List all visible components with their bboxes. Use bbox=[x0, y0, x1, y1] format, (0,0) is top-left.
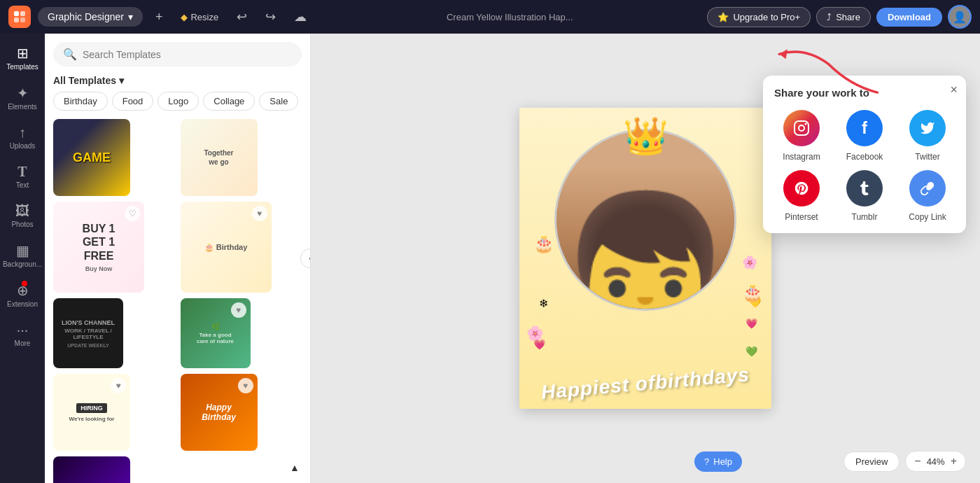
more-label: More bbox=[15, 340, 31, 347]
redo-icon: ↪ bbox=[265, 9, 276, 24]
bottom-bar: Preview − 44% + bbox=[844, 451, 966, 472]
help-button[interactable]: ? Help bbox=[694, 451, 742, 472]
pinterest-icon bbox=[783, 170, 820, 206]
tag-birthday[interactable]: Birthday bbox=[53, 92, 108, 111]
photos-label: Photos bbox=[11, 220, 33, 228]
template-item[interactable]: GAME bbox=[53, 119, 130, 196]
scroll-up-button[interactable]: ▲ bbox=[285, 458, 304, 477]
canvas-content[interactable]: 👦 👑 🎂 ❄ 🌸 🌸 💛 💗 💚 💗 🎂 Happiest ofbirthda… bbox=[519, 108, 771, 409]
file-title: Cream Yellow Illustration Hap... bbox=[319, 12, 700, 22]
template-heart: ♡ bbox=[125, 206, 140, 221]
download-button[interactable]: Download bbox=[876, 8, 942, 27]
share-pinterest[interactable]: Pinterset bbox=[774, 170, 829, 222]
template-grid: GAME Togetherwe go BUY 1GET 1FREE Buy No… bbox=[45, 116, 310, 483]
tag-food[interactable]: Food bbox=[112, 92, 154, 111]
share-twitter[interactable]: Twitter bbox=[900, 110, 955, 162]
zoom-control: − 44% + bbox=[905, 451, 966, 472]
logo[interactable] bbox=[8, 6, 31, 28]
sidebar-icons: ⊞ Templates ✦ Elements ↑ Uploads T Text … bbox=[0, 34, 45, 483]
svg-rect-3 bbox=[20, 18, 25, 22]
share-popup-close-button[interactable]: × bbox=[950, 83, 958, 97]
template-item[interactable]: HIRING We're looking for ♥ bbox=[53, 374, 130, 451]
tag-collage[interactable]: Collage bbox=[203, 92, 255, 111]
redo-button[interactable]: ↪ bbox=[260, 6, 281, 27]
graphic-designer-dropdown[interactable]: Graphic Designer ▾ bbox=[38, 7, 143, 27]
upgrade-icon: ⭐ bbox=[718, 12, 729, 22]
twitter-label: Twitter bbox=[915, 152, 939, 162]
instagram-label: Instagram bbox=[783, 152, 820, 162]
template-item[interactable]: LION'S CHANNEL WORK / TRAVEL / LIFESTYLE… bbox=[53, 298, 123, 368]
dropdown-arrow-icon: ▾ bbox=[128, 11, 133, 22]
instagram-icon bbox=[783, 110, 820, 146]
svg-point-7 bbox=[805, 123, 807, 125]
text-icon: T bbox=[18, 164, 27, 180]
template-item[interactable]: Togetherwe go bbox=[181, 119, 258, 196]
logo-icon bbox=[8, 6, 31, 28]
all-templates-row[interactable]: All Templates ▾ bbox=[45, 72, 310, 92]
zoom-value: 44% bbox=[927, 456, 945, 467]
backgrounds-icon: ▦ bbox=[16, 242, 29, 259]
resize-label: Resize bbox=[190, 12, 218, 22]
svg-rect-1 bbox=[20, 11, 25, 16]
sidebar-item-extension[interactable]: ⊕ Extension bbox=[3, 276, 42, 314]
twitter-icon bbox=[909, 110, 946, 146]
uploads-icon: ↑ bbox=[19, 125, 26, 141]
sidebar-item-text[interactable]: T Text bbox=[3, 158, 42, 195]
share-icon: ⤴ bbox=[827, 12, 832, 22]
share-tumblr[interactable]: Tumblr bbox=[837, 170, 892, 222]
copylink-label: Copy Link bbox=[909, 212, 946, 222]
resize-button[interactable]: ◆ Resize bbox=[175, 9, 224, 25]
template-item[interactable]: BUY 1GET 1FREE Buy Now ♡ bbox=[53, 202, 144, 293]
add-icon: + bbox=[155, 10, 163, 24]
template-item[interactable]: 🌿 Take a goodcare of nature ♥ bbox=[181, 298, 251, 368]
template-heart: ♥ bbox=[238, 378, 253, 393]
search-input[interactable] bbox=[83, 49, 292, 60]
copylink-icon bbox=[909, 170, 946, 206]
card-crown: 👑 bbox=[623, 115, 668, 158]
template-item[interactable]: HappyBirthday ♥ bbox=[181, 374, 258, 451]
zoom-in-button[interactable]: + bbox=[951, 456, 957, 467]
avatar[interactable]: 👤 bbox=[948, 5, 972, 29]
template-heart: ♥ bbox=[252, 206, 267, 221]
template-item[interactable]: 2023 MUSIC FESTIVAL bbox=[53, 456, 130, 483]
templates-label: Templates bbox=[6, 63, 38, 71]
zoom-out-button[interactable]: − bbox=[914, 456, 920, 467]
sidebar-item-more[interactable]: ··· More bbox=[3, 316, 42, 353]
topbar-right: ⭐ Upgrade to Pro+ ⤴ Share Download 👤 bbox=[707, 5, 972, 29]
upgrade-label: Upgrade to Pro+ bbox=[733, 12, 800, 22]
tumblr-icon bbox=[846, 170, 883, 206]
cloud-save-button[interactable]: ☁ bbox=[288, 6, 312, 27]
templates-panel: 🔍 All Templates ▾ Birthday Food Logo Col… bbox=[45, 34, 311, 483]
sidebar-item-photos[interactable]: 🖼 Photos bbox=[3, 197, 42, 234]
svg-rect-2 bbox=[14, 18, 19, 22]
search-icon: 🔍 bbox=[63, 48, 77, 61]
preview-button[interactable]: Preview bbox=[844, 451, 899, 472]
svg-rect-0 bbox=[14, 11, 19, 16]
sidebar-item-uploads[interactable]: ↑ Uploads bbox=[3, 119, 42, 155]
share-copylink[interactable]: Copy Link bbox=[900, 170, 955, 222]
elements-icon: ✦ bbox=[17, 85, 29, 102]
undo-button[interactable]: ↩ bbox=[231, 6, 253, 27]
avatar-image: 👤 bbox=[953, 10, 967, 24]
share-label: Share bbox=[836, 12, 860, 22]
topbar: Graphic Designer ▾ + ◆ Resize ↩ ↪ ☁ Crea… bbox=[0, 0, 980, 34]
text-label: Text bbox=[16, 181, 29, 189]
all-templates-arrow: ▾ bbox=[119, 75, 124, 86]
more-icon: ··· bbox=[17, 322, 29, 338]
share-facebook[interactable]: f Facebook bbox=[837, 110, 892, 162]
tag-logo[interactable]: Logo bbox=[158, 92, 199, 111]
canvas-area: 👦 👑 🎂 ❄ 🌸 🌸 💛 💗 💚 💗 🎂 Happiest ofbirthda… bbox=[311, 34, 980, 483]
add-button[interactable]: + bbox=[150, 7, 169, 27]
share-button[interactable]: ⤴ Share bbox=[816, 7, 871, 27]
facebook-label: Facebook bbox=[846, 152, 883, 162]
sidebar-item-templates[interactable]: ⊞ Templates bbox=[3, 39, 42, 76]
upgrade-button[interactable]: ⭐ Upgrade to Pro+ bbox=[707, 7, 811, 27]
sidebar-item-elements[interactable]: ✦ Elements bbox=[3, 79, 42, 116]
template-item[interactable]: 🎂 Birthday ♥ bbox=[181, 202, 272, 293]
tumblr-label: Tumblr bbox=[852, 212, 878, 222]
extension-label: Extension bbox=[7, 300, 38, 308]
share-instagram[interactable]: Instagram bbox=[774, 110, 829, 162]
main-area: ⊞ Templates ✦ Elements ↑ Uploads T Text … bbox=[0, 34, 980, 483]
sidebar-item-backgrounds[interactable]: ▦ Backgroun... bbox=[3, 237, 42, 274]
tag-sale[interactable]: Sale bbox=[259, 92, 298, 111]
